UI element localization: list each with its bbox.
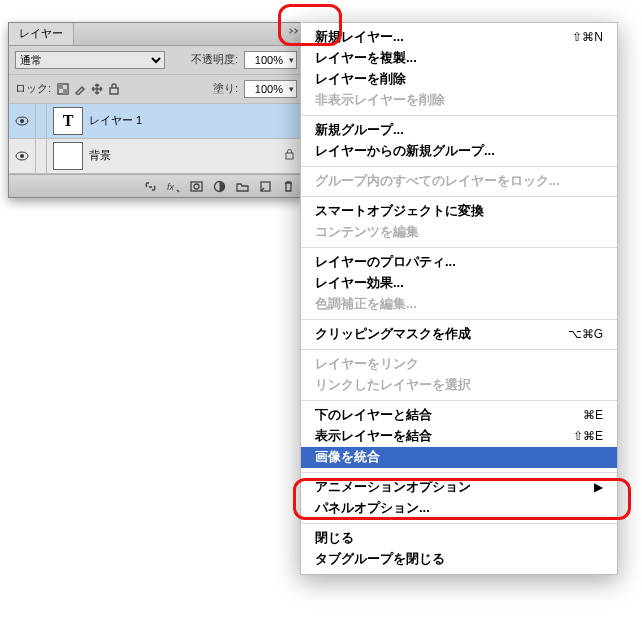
menu-item-label: レイヤーをリンク bbox=[315, 355, 419, 373]
layer-thumbnail: T bbox=[53, 107, 83, 135]
fx-icon[interactable]: fx bbox=[167, 180, 180, 193]
menu-separator bbox=[301, 400, 617, 401]
menu-item[interactable]: 表示レイヤーを結合⇧⌘E bbox=[301, 426, 617, 447]
adjustment-icon[interactable] bbox=[213, 180, 226, 193]
menu-item-label: レイヤーを削除 bbox=[315, 70, 406, 88]
group-icon[interactable] bbox=[236, 180, 249, 193]
lock-label: ロック: bbox=[15, 81, 51, 96]
submenu-arrow-icon: ▶ bbox=[594, 479, 603, 496]
menu-item: コンテンツを編集 bbox=[301, 222, 617, 243]
menu-item-label: 画像を統合 bbox=[315, 448, 380, 466]
menu-item[interactable]: タブグループを閉じる bbox=[301, 549, 617, 570]
menu-item-label: レイヤーを複製... bbox=[315, 49, 417, 67]
link-column bbox=[36, 104, 47, 138]
menu-item-label: コンテンツを編集 bbox=[315, 223, 419, 241]
menu-item[interactable]: 新規グループ... bbox=[301, 120, 617, 141]
menu-item[interactable]: 画像を統合 bbox=[301, 447, 617, 468]
opacity-label: 不透明度: bbox=[191, 52, 238, 67]
menu-item[interactable]: アニメーションオプション▶ bbox=[301, 477, 617, 498]
menu-separator bbox=[301, 247, 617, 248]
panel-tabs: レイヤー bbox=[9, 23, 303, 46]
menu-shortcut: ⌘E bbox=[583, 407, 603, 424]
svg-point-11 bbox=[194, 184, 199, 189]
lock-brush-icon[interactable] bbox=[74, 83, 86, 95]
layer-name[interactable]: レイヤー 1 bbox=[89, 113, 142, 128]
svg-text:fx: fx bbox=[167, 182, 175, 192]
menu-item[interactable]: 下のレイヤーと結合⌘E bbox=[301, 405, 617, 426]
blend-row: 通常 不透明度: ▾ bbox=[9, 46, 303, 75]
panel-footer: fx bbox=[9, 174, 303, 197]
menu-item[interactable]: 閉じる bbox=[301, 528, 617, 549]
layers-panel: レイヤー 通常 不透明度: ▾ ロック: 塗り: ▾ Tレイヤー 1背景 fx bbox=[8, 22, 304, 198]
menu-item[interactable]: パネルオプション... bbox=[301, 498, 617, 519]
menu-item-label: 閉じる bbox=[315, 529, 354, 547]
menu-item-label: 非表示レイヤーを削除 bbox=[315, 91, 445, 109]
menu-item-label: パネルオプション... bbox=[315, 499, 430, 517]
menu-item-label: アニメーションオプション bbox=[315, 478, 471, 496]
menu-item[interactable]: スマートオブジェクトに変換 bbox=[301, 201, 617, 222]
fill-field[interactable]: ▾ bbox=[244, 80, 297, 98]
chevron-down-icon[interactable]: ▾ bbox=[287, 54, 294, 67]
menu-item-label: レイヤーのプロパティ... bbox=[315, 253, 456, 271]
lock-move-icon[interactable] bbox=[91, 83, 103, 95]
menu-item[interactable]: クリッピングマスクを作成⌥⌘G bbox=[301, 324, 617, 345]
menu-item[interactable]: レイヤーを複製... bbox=[301, 48, 617, 69]
panel-menu-button[interactable] bbox=[288, 29, 297, 33]
menu-item-label: クリッピングマスクを作成 bbox=[315, 325, 471, 343]
menu-separator bbox=[301, 166, 617, 167]
svg-point-5 bbox=[20, 119, 24, 123]
lock-all-icon[interactable] bbox=[108, 83, 120, 95]
menu-item[interactable]: レイヤーを削除 bbox=[301, 69, 617, 90]
layer-row[interactable]: Tレイヤー 1 bbox=[9, 104, 303, 139]
menu-separator bbox=[301, 196, 617, 197]
menu-item[interactable]: レイヤーからの新規グループ... bbox=[301, 141, 617, 162]
layer-thumbnail bbox=[53, 142, 83, 170]
menu-item-label: 表示レイヤーを結合 bbox=[315, 427, 432, 445]
lock-transparency-icon[interactable] bbox=[57, 83, 69, 95]
visibility-toggle[interactable] bbox=[9, 104, 36, 138]
menu-item: レイヤーをリンク bbox=[301, 354, 617, 375]
svg-rect-2 bbox=[63, 89, 68, 94]
menu-item: 非表示レイヤーを削除 bbox=[301, 90, 617, 111]
panel-flyout-menu: 新規レイヤー...⇧⌘Nレイヤーを複製...レイヤーを削除非表示レイヤーを削除新… bbox=[300, 22, 618, 575]
opacity-field[interactable]: ▾ bbox=[244, 51, 297, 69]
lock-buttons bbox=[57, 83, 120, 95]
menu-separator bbox=[301, 472, 617, 473]
menu-separator bbox=[301, 523, 617, 524]
svg-rect-1 bbox=[58, 84, 63, 89]
layer-name[interactable]: 背景 bbox=[89, 148, 111, 163]
fill-label: 塗り: bbox=[213, 81, 238, 96]
lock-row: ロック: 塗り: ▾ bbox=[9, 75, 303, 104]
menu-item-label: スマートオブジェクトに変換 bbox=[315, 202, 484, 220]
blend-mode-select[interactable]: 通常 bbox=[15, 51, 165, 69]
menu-item-label: タブグループを閉じる bbox=[315, 550, 445, 568]
menu-separator bbox=[301, 115, 617, 116]
menu-item-label: 新規レイヤー... bbox=[315, 28, 404, 46]
svg-point-7 bbox=[20, 154, 24, 158]
menu-item-label: レイヤーからの新規グループ... bbox=[315, 142, 495, 160]
link-column bbox=[36, 139, 47, 173]
tab-layers[interactable]: レイヤー bbox=[9, 23, 74, 44]
layer-row[interactable]: 背景 bbox=[9, 139, 303, 174]
visibility-toggle[interactable] bbox=[9, 139, 36, 173]
new-layer-icon[interactable] bbox=[259, 180, 272, 193]
mask-icon[interactable] bbox=[190, 180, 203, 193]
link-icon[interactable] bbox=[144, 180, 157, 193]
menu-item-label: レイヤー効果... bbox=[315, 274, 404, 292]
menu-item-label: 下のレイヤーと結合 bbox=[315, 406, 432, 424]
menu-item: 色調補正を編集... bbox=[301, 294, 617, 315]
chevron-down-icon[interactable]: ▾ bbox=[287, 83, 294, 96]
lock-icon bbox=[284, 148, 295, 165]
menu-separator bbox=[301, 319, 617, 320]
menu-item[interactable]: レイヤーのプロパティ... bbox=[301, 252, 617, 273]
svg-rect-3 bbox=[110, 88, 118, 94]
menu-shortcut: ⌥⌘G bbox=[568, 326, 603, 343]
menu-item-label: グループ内のすべてのレイヤーをロック... bbox=[315, 172, 560, 190]
menu-item[interactable]: 新規レイヤー...⇧⌘N bbox=[301, 27, 617, 48]
menu-item-label: リンクしたレイヤーを選択 bbox=[315, 376, 471, 394]
menu-separator bbox=[301, 349, 617, 350]
svg-rect-8 bbox=[286, 153, 293, 159]
menu-item[interactable]: レイヤー効果... bbox=[301, 273, 617, 294]
trash-icon[interactable] bbox=[282, 180, 295, 193]
menu-item: グループ内のすべてのレイヤーをロック... bbox=[301, 171, 617, 192]
